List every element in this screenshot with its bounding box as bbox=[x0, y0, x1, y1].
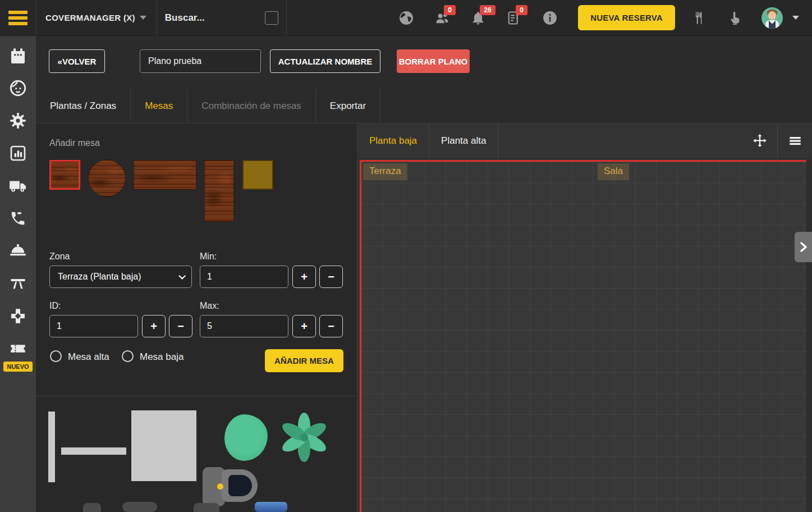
sidebar-item-delivery-truck-icon[interactable] bbox=[0, 170, 36, 202]
move-tool-icon[interactable] bbox=[742, 124, 777, 158]
plan-tabs: Plantas / Zonas Mesas Combinación de mes… bbox=[36, 89, 812, 124]
radio-mesa-alta[interactable] bbox=[50, 350, 62, 362]
guests-badge: 0 bbox=[444, 5, 456, 15]
sidebar-item-tables-icon[interactable] bbox=[0, 267, 36, 300]
chevron-down-icon bbox=[140, 16, 146, 20]
tab-plantas-zonas[interactable]: Plantas / Zonas bbox=[36, 89, 131, 123]
sidebar-item-stats-chart-icon[interactable] bbox=[0, 137, 36, 170]
account-menu-caret[interactable] bbox=[787, 10, 804, 26]
toilet-fixture[interactable] bbox=[203, 465, 259, 509]
tab-exportar[interactable]: Exportar bbox=[316, 89, 380, 123]
zone-label-terraza[interactable]: Terraza bbox=[363, 163, 407, 180]
max-input[interactable] bbox=[200, 315, 288, 337]
main-content: «VOLVER ACTUALIZAR NOMBRE BORRAR PLANO P… bbox=[36, 36, 812, 512]
expand-panel-chevron[interactable] bbox=[795, 232, 812, 262]
search-box bbox=[157, 11, 286, 25]
palette-item-partial[interactable] bbox=[194, 503, 219, 512]
top-bar: COVERMANAGER (X) 0 26 0 bbox=[0, 0, 812, 36]
id-decrement-button[interactable]: − bbox=[169, 315, 192, 337]
tab-mesas[interactable]: Mesas bbox=[131, 89, 187, 123]
chevron-down-icon bbox=[178, 272, 186, 280]
table-shape-wide-rect[interactable] bbox=[134, 160, 196, 190]
notifications-badge: 26 bbox=[480, 5, 495, 15]
id-label: ID: bbox=[49, 301, 61, 311]
divider bbox=[286, 0, 287, 36]
radio-mesa-baja[interactable] bbox=[122, 350, 134, 362]
table-shape-tall-rect[interactable] bbox=[204, 160, 234, 222]
sidebar-item-ticket-icon[interactable] bbox=[0, 332, 36, 365]
tab-planta-baja[interactable]: Planta baja bbox=[357, 124, 429, 158]
sidebar-item-phone-call-icon[interactable] bbox=[0, 202, 36, 235]
restaurant-cutlery-icon[interactable] bbox=[690, 10, 707, 26]
divider bbox=[36, 396, 357, 396]
palette-item-partial-blue[interactable] bbox=[255, 502, 287, 512]
sidebar-item-cloche-icon[interactable] bbox=[0, 235, 36, 267]
hamburger-menu-icon[interactable] bbox=[0, 0, 36, 36]
tab-planta-alta[interactable]: Planta alta bbox=[429, 124, 498, 158]
floor-menu-icon[interactable] bbox=[777, 124, 812, 158]
sidebar-item-integrations-icon[interactable] bbox=[0, 300, 36, 332]
floor-toolbar: Planta baja Planta alta bbox=[357, 124, 812, 159]
search-input[interactable] bbox=[165, 12, 249, 24]
min-increment-button[interactable]: + bbox=[292, 266, 316, 288]
table-shape-square-selected[interactable] bbox=[49, 160, 80, 190]
add-table-title: Añadir mesa bbox=[49, 138, 100, 148]
sidebar: NUEVO bbox=[0, 36, 36, 512]
add-table-panel: Añadir mesa Zona Terraza (Planta baja) M… bbox=[36, 124, 357, 512]
id-input[interactable] bbox=[49, 315, 138, 337]
min-decrement-button[interactable]: − bbox=[319, 266, 343, 288]
floor-plan-canvas[interactable]: Terraza Sala bbox=[360, 160, 806, 512]
user-avatar[interactable] bbox=[761, 7, 783, 29]
floor-plan-panel: Planta baja Planta alta Terraza S bbox=[357, 124, 812, 512]
wall-horizontal[interactable] bbox=[61, 447, 126, 455]
table-shape-olive-square[interactable] bbox=[242, 160, 273, 190]
radio-mesa-alta-label[interactable]: Mesa alta bbox=[68, 351, 109, 363]
canvas-area: Terraza Sala bbox=[357, 159, 812, 512]
notifications-bell-icon[interactable]: 26 bbox=[470, 10, 487, 26]
panel-edge bbox=[806, 160, 812, 512]
search-checkbox[interactable] bbox=[265, 11, 278, 25]
palette-item-partial[interactable] bbox=[122, 502, 157, 512]
guests-icon[interactable]: 0 bbox=[434, 10, 451, 26]
back-button[interactable]: «VOLVER bbox=[49, 49, 105, 73]
wall-vertical[interactable] bbox=[48, 412, 55, 482]
id-increment-button[interactable]: + bbox=[142, 315, 166, 337]
plan-name-input[interactable] bbox=[140, 49, 261, 73]
zone-label-sala[interactable]: Sala bbox=[598, 163, 629, 180]
restaurant-switcher[interactable]: COVERMANAGER (X) bbox=[36, 13, 157, 22]
update-name-button[interactable]: ACTUALIZAR NOMBRE bbox=[270, 49, 380, 73]
radio-mesa-baja-label[interactable]: Mesa baja bbox=[140, 351, 183, 363]
new-feature-badge: NUEVO bbox=[3, 362, 32, 372]
new-reservation-button[interactable]: NUEVA RESERVA bbox=[578, 5, 675, 30]
table-shape-circle[interactable] bbox=[88, 159, 126, 197]
zona-select[interactable]: Terraza (Planta baja) bbox=[49, 266, 192, 288]
info-icon[interactable] bbox=[542, 10, 558, 26]
waitlist-icon[interactable]: 0 bbox=[506, 10, 522, 26]
delete-plan-button[interactable]: BORRAR PLANO bbox=[397, 49, 470, 73]
min-input[interactable] bbox=[200, 266, 288, 288]
zona-selected-value: Terraza (Planta baja) bbox=[58, 272, 141, 282]
sidebar-item-calendar-icon[interactable] bbox=[0, 39, 36, 72]
plant-bush[interactable] bbox=[224, 414, 268, 461]
add-table-button[interactable]: AÑADIR MESA bbox=[265, 349, 343, 372]
hand-pointer-icon[interactable] bbox=[726, 10, 743, 26]
brand-label: COVERMANAGER (X) bbox=[45, 13, 135, 22]
palette-item-partial[interactable] bbox=[83, 503, 101, 512]
plan-header: «VOLVER ACTUALIZAR NOMBRE BORRAR PLANO bbox=[36, 36, 812, 89]
sidebar-item-customer-face-icon[interactable] bbox=[0, 72, 36, 104]
max-decrement-button[interactable]: − bbox=[319, 315, 343, 337]
min-label: Min: bbox=[200, 252, 217, 262]
plant-flower[interactable] bbox=[278, 411, 330, 465]
sidebar-item-settings-gear-icon[interactable] bbox=[0, 104, 36, 137]
globe-icon[interactable] bbox=[398, 10, 415, 26]
max-increment-button[interactable]: + bbox=[292, 315, 316, 337]
zona-label: Zona bbox=[49, 252, 70, 262]
tab-combinacion-mesas[interactable]: Combinación de mesas bbox=[187, 89, 316, 123]
waitlist-badge: 0 bbox=[516, 5, 527, 15]
max-label: Max: bbox=[200, 301, 219, 311]
floor-block[interactable] bbox=[131, 410, 196, 481]
